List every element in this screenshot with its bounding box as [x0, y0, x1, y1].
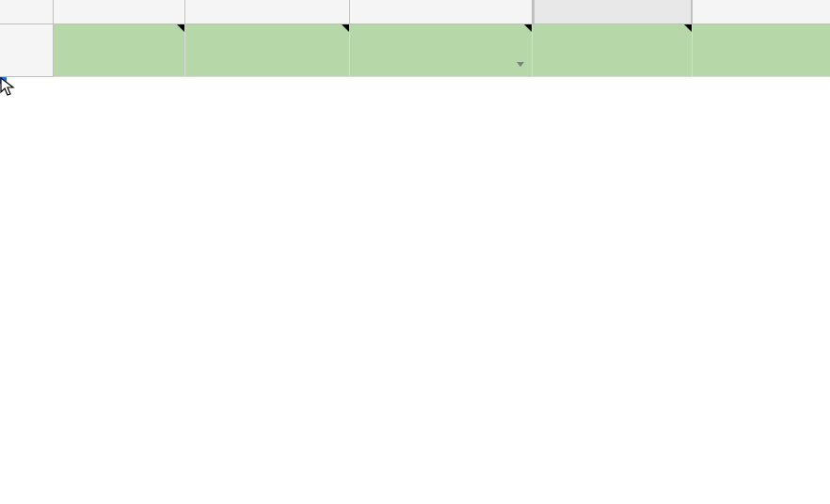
spreadsheet-grid[interactable]	[0, 0, 830, 77]
header-attribute-set-code[interactable]	[350, 24, 533, 77]
filter-dropdown-icon[interactable]	[517, 62, 524, 67]
note-indicator-icon	[684, 24, 692, 32]
row-header-1[interactable]	[0, 24, 54, 77]
header-store-view-code[interactable]	[185, 24, 350, 77]
header-product-type[interactable]	[533, 24, 693, 77]
corner-cell[interactable]	[0, 0, 54, 24]
col-header-E[interactable]	[693, 0, 830, 24]
header-categories[interactable]	[693, 24, 830, 77]
note-indicator-icon	[524, 24, 532, 32]
note-indicator-icon	[177, 24, 184, 32]
col-header-D[interactable]	[533, 0, 693, 24]
note-indicator-icon	[342, 24, 349, 32]
col-header-B[interactable]	[185, 0, 350, 24]
header-sku[interactable]	[54, 24, 185, 77]
col-header-C[interactable]	[350, 0, 533, 24]
col-header-A[interactable]	[54, 0, 185, 24]
